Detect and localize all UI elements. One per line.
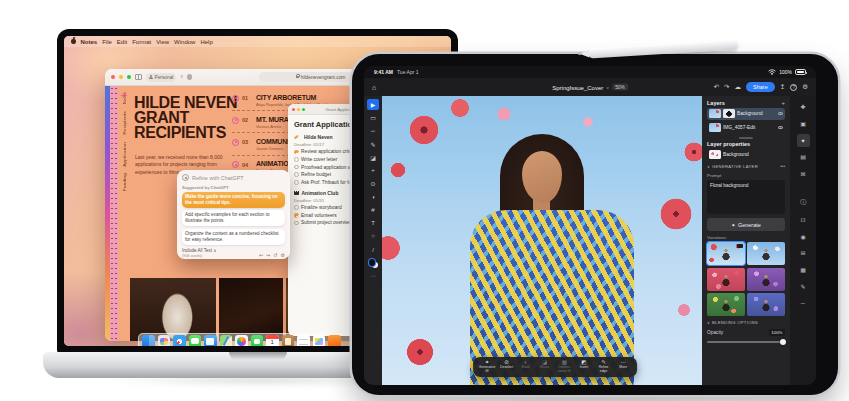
taskbar-icon[interactable]: ✎ [797,280,810,293]
canvas[interactable]: ✦ Generative fill ⊘ Deselect ◐ Mask [382,96,702,385]
context-action[interactable]: ◐ Mask [519,360,532,370]
taskbar-icon[interactable]: ⓘ [797,196,810,209]
tool-icon[interactable]: ○ [367,231,379,242]
menu-item[interactable]: View [156,39,169,45]
menu-item[interactable]: Edit [117,39,127,45]
redo-icon[interactable]: ↪ [266,252,270,258]
taskbar-icon[interactable]: ⊠ [797,167,810,180]
tool-icon[interactable]: + [367,165,379,176]
tool-icon[interactable]: ∽ [367,125,379,136]
close-window-button[interactable] [292,108,295,111]
generate-button[interactable]: ✦ Generate [707,218,785,231]
generative-layer-header[interactable]: ∨ GENERATIVE LAYER ••• [707,164,785,169]
zoom-level-badge[interactable]: 50% [612,84,628,91]
dock-icon[interactable] [189,335,202,346]
dock-icon[interactable] [328,335,341,346]
checkbox[interactable] [294,180,299,185]
dock-icon[interactable] [158,335,171,346]
tool-icon[interactable]: ◪ [367,152,379,163]
tool-icon[interactable]: ⊙ [367,178,379,189]
opacity-slider[interactable] [707,341,785,343]
blending-options-header[interactable]: ∨ BLENDING OPTIONS [707,320,785,325]
dock-icon[interactable] [220,335,233,346]
context-action[interactable]: ⋯ More [617,360,630,370]
undo-icon[interactable]: ↶ [714,83,719,91]
document-title-zone[interactable]: SpringIssue_Cover ∨ 50% [552,84,628,91]
taskbar-icon[interactable]: ⊡ [797,213,810,226]
tool-icon[interactable]: T [367,218,379,229]
menu-item[interactable]: File [102,39,112,45]
dock-icon[interactable] [173,335,186,346]
tool-icon[interactable]: ▶ [367,99,379,110]
site-nav-item[interactable]: Application [122,142,127,167]
opacity-slider-knob[interactable] [780,339,786,345]
layer-thumbnail[interactable] [709,109,721,118]
layer-visibility-icon[interactable] [778,112,783,115]
apple-menu-icon[interactable] [71,39,76,44]
checkbox[interactable] [294,205,299,210]
checkbox[interactable] [294,165,299,170]
zoom-window-button[interactable] [302,108,305,111]
variation-thumbnail[interactable] [747,268,785,291]
context-action[interactable]: ▩ Content-aware fill [557,360,571,374]
dock-icon[interactable] [142,335,155,346]
menu-item[interactable]: Help [200,39,212,45]
dock-icon[interactable] [251,335,264,346]
color-chip[interactable] [369,259,378,268]
settings-gear-icon[interactable]: ⚙ [281,252,285,258]
suggestion-pill[interactable]: Make the guide more concise, focusing on… [182,192,285,208]
context-action[interactable]: ◪ Erase [538,360,551,370]
profile-selector[interactable]: Personal [146,73,176,82]
menu-item[interactable]: Window [174,39,195,45]
taskbar-icon[interactable]: ─ [797,297,810,310]
context-action[interactable]: ◩ Invert [577,360,590,370]
suggestion-pill[interactable]: Add specific examples for each section t… [182,210,285,226]
export-icon[interactable]: ↥ [780,83,785,91]
layer-mask-thumbnail[interactable] [723,109,735,118]
checkbox[interactable] [294,221,299,226]
layer-thumbnail[interactable] [709,123,721,132]
chatgpt-prompt-field[interactable]: Refine with ChatGPT [182,174,285,181]
home-icon[interactable]: ⌂ [372,84,376,91]
checkbox[interactable] [294,150,299,155]
taskbar-icon[interactable]: ▣ [797,117,810,130]
privacy-shield-icon[interactable] [187,74,192,80]
menu-item[interactable]: Format [132,39,151,45]
document-title[interactable]: SpringIssue_Cover [552,84,603,90]
checkbox[interactable] [294,157,299,162]
sidebar-icon[interactable] [135,74,142,80]
dock-icon[interactable] [313,335,326,346]
variation-thumbnail[interactable] [707,268,745,291]
settings-gear-icon[interactable]: ⚙ [802,83,808,91]
redo-icon[interactable]: ↷ [724,83,729,91]
properties-layer-row[interactable]: Background [707,148,785,160]
tool-icon[interactable]: / [367,244,379,255]
cloud-sync-icon[interactable]: ☁ [735,83,742,91]
context-action[interactable]: ✎ Refine edge [596,360,610,374]
more-options-icon[interactable]: ••• [780,164,785,169]
close-window-button[interactable] [111,75,115,79]
dock-icon[interactable] [297,335,310,346]
more-tools-icon[interactable]: ⋯ [370,272,376,279]
variation-thumbnail[interactable] [707,242,745,265]
checkbox[interactable] [294,213,299,218]
site-nav-item[interactable]: Recipients [122,111,127,135]
tool-icon[interactable]: ▭ [367,112,379,123]
taskbar-icon[interactable]: ▦ [797,263,810,276]
dock-icon[interactable] [266,335,279,346]
dock-icon[interactable] [282,335,295,346]
variation-thumbnail[interactable] [747,242,785,265]
dock-icon[interactable] [204,335,217,346]
taskbar-icon[interactable]: ◉ [797,230,810,243]
minimize-window-button[interactable] [119,75,123,79]
share-button[interactable]: Share [746,82,775,92]
tool-icon[interactable]: # [367,205,379,216]
context-action[interactable]: ✦ Generative fill [480,360,494,374]
refresh-icon[interactable]: ↺ [273,252,277,258]
taskbar-icon[interactable]: ▤ [797,150,810,163]
variation-thumbnail[interactable] [747,293,785,316]
opacity-value[interactable]: 100% [769,329,785,336]
zoom-window-button[interactable] [127,75,131,79]
prompt-input[interactable]: Floral background [707,180,785,214]
back-button[interactable]: ‹ [180,73,183,81]
